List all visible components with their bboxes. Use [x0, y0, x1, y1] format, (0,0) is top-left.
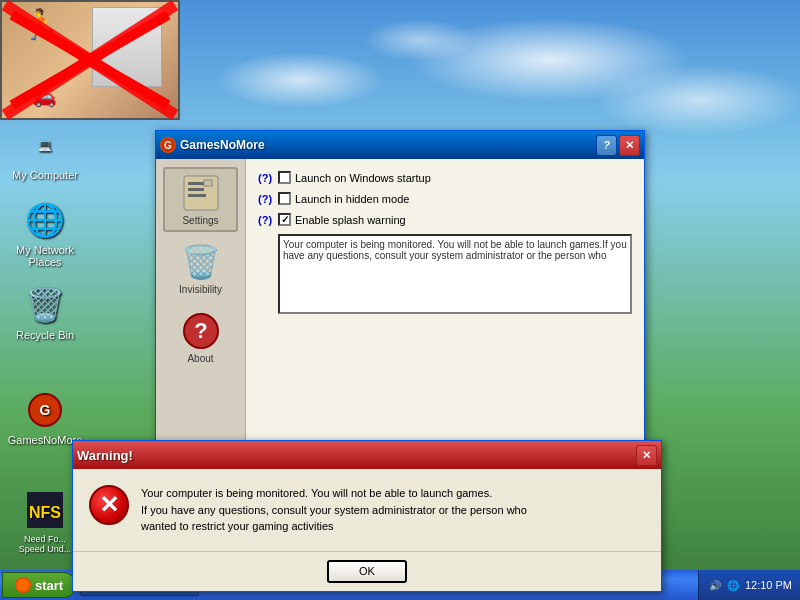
- my-computer-label: My Computer: [12, 169, 78, 181]
- qmark-1[interactable]: (?): [258, 172, 272, 184]
- close-window-button[interactable]: ✕: [619, 135, 640, 156]
- svg-text:G: G: [40, 402, 51, 418]
- qmark-3[interactable]: (?): [258, 214, 272, 226]
- svg-rect-11: [188, 194, 206, 197]
- launch-startup-checkbox[interactable]: [278, 171, 291, 184]
- warning-footer: OK: [73, 551, 661, 591]
- sidebar-item-settings[interactable]: Settings: [163, 167, 238, 232]
- app-title-icon: G: [160, 137, 176, 153]
- taskbar-time: 12:10 PM: [745, 579, 792, 591]
- app-main-content: (?) Launch on Windows startup (?) Launch…: [246, 159, 644, 449]
- warning-dialog: Warning! ✕ ✕ Your computer is being moni…: [72, 440, 662, 592]
- svg-rect-8: [184, 176, 218, 210]
- option-row-2: (?) Launch in hidden mode: [258, 192, 632, 205]
- app-content: Settings 🗑️ Invisibility ? About: [156, 159, 644, 449]
- desktop-icon-my-network[interactable]: 🌐 My NetworkPlaces: [10, 200, 80, 268]
- app-titlebar: G GamesNoMore ? ✕: [156, 131, 644, 159]
- recycle-bin-label: Recycle Bin: [16, 329, 74, 341]
- settings-icon: [181, 173, 221, 213]
- invisibility-label: Invisibility: [179, 284, 222, 295]
- splash-warning-text: Enable splash warning: [295, 214, 406, 226]
- tray-icon-1: 🔊: [707, 577, 723, 593]
- warning-line1: Your computer is being monitored. You wi…: [141, 487, 492, 499]
- launch-startup-text: Launch on Windows startup: [295, 172, 431, 184]
- game-car: 🚗: [32, 84, 57, 108]
- nfs-icon: NFS: [25, 490, 65, 530]
- desktop-icon-my-computer[interactable]: 💻 My Computer: [10, 125, 80, 181]
- desktop-icon-nfs[interactable]: NFS Need Fo...Speed Und...: [10, 490, 80, 554]
- about-icon: ?: [181, 311, 221, 351]
- app-title-text: GamesNoMore: [180, 138, 592, 152]
- app-window-buttons: ? ✕: [596, 135, 640, 156]
- splash-warning-checkbox[interactable]: [278, 213, 291, 226]
- splash-warning-label: Enable splash warning: [278, 213, 406, 226]
- error-icon: ✕: [89, 485, 129, 525]
- launch-startup-label: Launch on Windows startup: [278, 171, 431, 184]
- svg-point-15: [17, 579, 29, 591]
- invisibility-icon: 🗑️: [181, 242, 221, 282]
- svg-text:NFS: NFS: [29, 504, 61, 521]
- start-button[interactable]: start: [2, 572, 76, 598]
- hidden-mode-text: Launch in hidden mode: [295, 193, 409, 205]
- gamesnomore-icon: G: [25, 390, 65, 430]
- taskbar-right: 🔊 🌐 12:10 PM: [698, 570, 800, 600]
- warning-close-button[interactable]: ✕: [636, 445, 657, 466]
- qmark-2[interactable]: (?): [258, 193, 272, 205]
- tray-icons: 🔊 🌐: [707, 577, 741, 593]
- my-network-icon: 🌐: [25, 200, 65, 240]
- recycle-bin-icon: 🗑️: [25, 285, 65, 325]
- game-figure: 🏃: [22, 7, 59, 42]
- warning-line3: wanted to restrict your gaming activitie…: [141, 520, 334, 532]
- start-label: start: [35, 578, 63, 593]
- building-bg: [92, 7, 162, 87]
- warning-line2: If you have any questions, consult your …: [141, 504, 527, 516]
- svg-rect-12: [204, 180, 212, 186]
- warning-content: ✕ Your computer is being monitored. You …: [73, 469, 661, 551]
- option-row-3: (?) Enable splash warning: [258, 213, 632, 226]
- my-computer-icon: 💻: [25, 125, 65, 165]
- app-sidebar: Settings 🗑️ Invisibility ? About: [156, 159, 246, 449]
- svg-text:G: G: [164, 140, 172, 151]
- warning-title: Warning!: [77, 448, 632, 463]
- sidebar-item-about[interactable]: ? About: [163, 305, 238, 370]
- splash-textarea[interactable]: Your computer is being monitored. You wi…: [278, 234, 632, 314]
- warning-text: Your computer is being monitored. You wi…: [141, 485, 645, 535]
- sidebar-item-invisibility[interactable]: 🗑️ Invisibility: [163, 236, 238, 301]
- desktop-icon-gamesnomore[interactable]: G GamesNoMore: [10, 390, 80, 446]
- tray-icon-2: 🌐: [725, 577, 741, 593]
- game-box-top: 🏃 🚗: [0, 0, 180, 120]
- desktop: 🏃 🚗 💻 My Computer 🌐 My NetworkPlaces 🗑️ …: [0, 0, 800, 600]
- desktop-icon-recycle[interactable]: 🗑️ Recycle Bin: [10, 285, 80, 341]
- svg-text:?: ?: [194, 318, 207, 343]
- help-window-button[interactable]: ?: [596, 135, 617, 156]
- hidden-mode-label: Launch in hidden mode: [278, 192, 409, 205]
- warning-titlebar: Warning! ✕: [73, 441, 661, 469]
- option-row-1: (?) Launch on Windows startup: [258, 171, 632, 184]
- start-icon: [15, 577, 31, 593]
- about-label: About: [187, 353, 213, 364]
- my-network-label: My NetworkPlaces: [16, 244, 74, 268]
- hidden-mode-checkbox[interactable]: [278, 192, 291, 205]
- settings-label: Settings: [182, 215, 218, 226]
- svg-rect-10: [188, 188, 204, 191]
- nfs-label: Need Fo...Speed Und...: [19, 534, 72, 554]
- warning-ok-button[interactable]: OK: [327, 560, 407, 583]
- splash-text-row: (?) Your computer is being monitored. Yo…: [258, 234, 632, 314]
